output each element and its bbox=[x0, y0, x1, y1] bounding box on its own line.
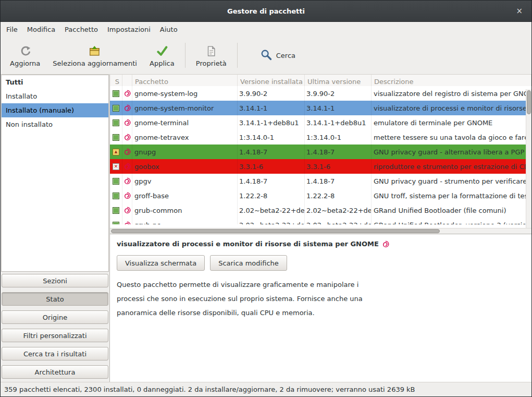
properties-button[interactable]: Proprietà bbox=[190, 39, 233, 71]
horizontal-scrollbar-thumb[interactable] bbox=[111, 229, 440, 233]
main-area: Tutti Installato Installato (manuale) No… bbox=[1, 75, 531, 382]
package-description: visualizzatore del registro di sistema p… bbox=[372, 86, 531, 101]
package-list: gnome-system-log 3.9.90-2 3.9.90-2 visua… bbox=[110, 86, 531, 224]
sidebar-buttons: Sezioni Stato Origine Filtri personalizz… bbox=[1, 274, 109, 379]
installed-version: 3.14.1-1+deb8u1 bbox=[238, 115, 305, 130]
debian-swirl-icon bbox=[382, 240, 389, 248]
sidebar-mode-button[interactable]: Sezioni bbox=[2, 274, 108, 287]
package-status-icon bbox=[113, 222, 119, 225]
package-name: gnome-tetravex bbox=[132, 130, 238, 145]
package-name: grub-pc bbox=[132, 218, 238, 224]
table-row[interactable]: gpgv 1.4.18-7 1.4.18-7 GNU privacy guard… bbox=[110, 174, 531, 188]
filter-label: Non installato bbox=[6, 121, 53, 128]
package-name: gnome-system-log bbox=[132, 86, 238, 101]
sidebar-mode-label: Stato bbox=[46, 295, 64, 303]
sidebar-mode-label: Cerca tra i risultati bbox=[23, 350, 86, 358]
close-button[interactable]: × bbox=[513, 6, 525, 17]
toolbar-separator bbox=[237, 43, 238, 68]
table-row[interactable]: gnome-terminal 3.14.1-1+deb8u1 3.14.1-1+… bbox=[110, 115, 531, 130]
sidebar-mode-button[interactable]: Origine bbox=[2, 310, 108, 324]
package-description: GRand Unified Bootloader (file comuni) bbox=[372, 203, 531, 218]
vertical-scrollbar[interactable] bbox=[526, 89, 531, 228]
vertical-scrollbar-thumb[interactable] bbox=[527, 90, 531, 114]
package-status-icon bbox=[113, 134, 119, 141]
sidebar-mode-label: Sezioni bbox=[43, 277, 67, 285]
debian-swirl-icon bbox=[123, 163, 131, 170]
reload-button[interactable]: Aggiorna bbox=[4, 39, 46, 71]
status-text: 359 pacchetti elencati, 2300 installati,… bbox=[4, 386, 415, 393]
menu-item[interactable]: Modifica bbox=[22, 22, 60, 37]
description-line: panoramica delle risorse disponibili, qu… bbox=[117, 306, 525, 320]
table-row[interactable]: gnome-system-monitor 3.14.1-1 3.14.1-1 v… bbox=[110, 101, 531, 115]
installed-version: 1.4.18-7 bbox=[238, 145, 305, 159]
reload-label: Aggiorna bbox=[10, 59, 40, 67]
table-row[interactable]: gnome-tetravex 1:3.14.0-1 1:3.14.0-1 met… bbox=[110, 130, 531, 145]
package-description: GNU privacy guard - alternativa libera a… bbox=[372, 145, 531, 159]
refresh-icon bbox=[19, 43, 31, 57]
latest-version: 3.14.1-1+deb8u1 bbox=[305, 115, 372, 130]
installed-version: 3.9.90-2 bbox=[238, 86, 305, 101]
latest-version: 2.02~beta2-22+deb8u1 bbox=[305, 218, 372, 224]
right-pane: S Pacchetto Versione installata Ultima v… bbox=[110, 75, 531, 382]
package-name: gpgv bbox=[132, 174, 238, 188]
sidebar-mode-button[interactable]: Stato bbox=[2, 292, 108, 306]
latest-version: 3.14.1-1 bbox=[305, 101, 372, 115]
view-screenshot-button[interactable]: Visualizza schermata bbox=[117, 255, 205, 271]
mark-upgrades-icon bbox=[89, 43, 101, 57]
package-description: GNU troff, sistema per la formattazione … bbox=[372, 188, 531, 203]
toolbar-separator bbox=[185, 43, 185, 68]
toolbar: Aggiorna Seleziona aggiornamenti Applica… bbox=[1, 37, 531, 75]
mark-upgrades-button[interactable]: Seleziona aggiornamenti bbox=[46, 39, 143, 71]
package-name: gnome-system-monitor bbox=[132, 101, 238, 115]
menu-item[interactable]: Impostazioni bbox=[103, 22, 155, 37]
menu-item[interactable]: Pacchetto bbox=[60, 22, 103, 37]
window-title: Gestore di pacchetti bbox=[227, 7, 305, 15]
menu-item[interactable]: Aiuto bbox=[155, 22, 182, 37]
debian-swirl-icon bbox=[123, 177, 131, 185]
download-changelog-button[interactable]: Scarica modifiche bbox=[210, 255, 287, 271]
apply-button[interactable]: Applica bbox=[143, 39, 181, 71]
filter-label: Installato bbox=[6, 92, 37, 100]
horizontal-scrollbar[interactable] bbox=[110, 228, 531, 234]
filter-item[interactable]: Tutti bbox=[2, 75, 108, 89]
filter-item[interactable]: Non installato bbox=[2, 117, 108, 131]
package-status-icon bbox=[113, 207, 119, 214]
description-line: Questo pacchetto permette di visualizzar… bbox=[117, 278, 525, 292]
table-row[interactable]: groff-base 1.22.2-8 1.22.2-8 GNU troff, … bbox=[110, 188, 531, 203]
synaptic-window: Gestore di pacchetti × File Modifica Pac… bbox=[0, 0, 532, 397]
package-status-icon bbox=[113, 90, 119, 97]
filter-item[interactable]: Installato bbox=[2, 89, 108, 103]
package-status-icon bbox=[113, 163, 119, 170]
sidebar-mode-label: Filtri personalizzati bbox=[23, 332, 86, 340]
debian-swirl-icon bbox=[123, 221, 131, 224]
table-row[interactable]: grub-pc 2.02~beta2-22+deb8u1 2.02~beta2-… bbox=[110, 218, 531, 224]
package-name: gnome-terminal bbox=[132, 115, 238, 130]
table-row[interactable]: gnome-system-log 3.9.90-2 3.9.90-2 visua… bbox=[110, 86, 531, 101]
filter-item[interactable]: Installato (manuale) bbox=[2, 103, 108, 117]
package-rows: gnome-system-log 3.9.90-2 3.9.90-2 visua… bbox=[110, 86, 531, 224]
apply-check-icon bbox=[156, 43, 168, 57]
table-row[interactable]: grub-common 2.02~beta2-22+deb8u1 2.02~be… bbox=[110, 203, 531, 218]
package-status-icon bbox=[113, 105, 119, 112]
debian-swirl-icon bbox=[123, 90, 131, 97]
package-description: emulatore di terminale per GNOME bbox=[372, 115, 531, 130]
search-button[interactable]: Cerca bbox=[253, 44, 303, 67]
description-line: processi che sono in esecuzione sul prop… bbox=[117, 292, 525, 306]
package-name: groff-base bbox=[132, 188, 238, 203]
debian-swirl-icon bbox=[123, 119, 131, 126]
titlebar[interactable]: Gestore di pacchetti × bbox=[1, 1, 531, 22]
package-description: GRand Unified Bootloader, versione 2 (ve… bbox=[372, 218, 531, 224]
debian-swirl-icon bbox=[123, 148, 131, 155]
table-row[interactable]: gnupg 1.4.18-7 1.4.18-7 GNU privacy guar… bbox=[110, 145, 531, 159]
debian-swirl-icon bbox=[123, 104, 131, 112]
sidebar-mode-button[interactable]: Architettura bbox=[2, 365, 108, 379]
sidebar-mode-button[interactable]: Filtri personalizzati bbox=[2, 329, 108, 342]
table-row[interactable]: goobox 3.3.1-6 3.3.1-6 riproduttore e st… bbox=[110, 159, 531, 174]
sidebar: Tutti Installato Installato (manuale) No… bbox=[1, 75, 110, 382]
apply-label: Applica bbox=[150, 59, 175, 67]
sidebar-mode-button[interactable]: Cerca tra i risultati bbox=[2, 347, 108, 360]
debian-swirl-icon bbox=[123, 192, 131, 199]
menubar: File Modifica Pacchetto Impostazioni Aiu… bbox=[1, 22, 531, 37]
menu-item[interactable]: File bbox=[2, 22, 22, 37]
latest-version: 1.22.2-8 bbox=[305, 188, 372, 203]
